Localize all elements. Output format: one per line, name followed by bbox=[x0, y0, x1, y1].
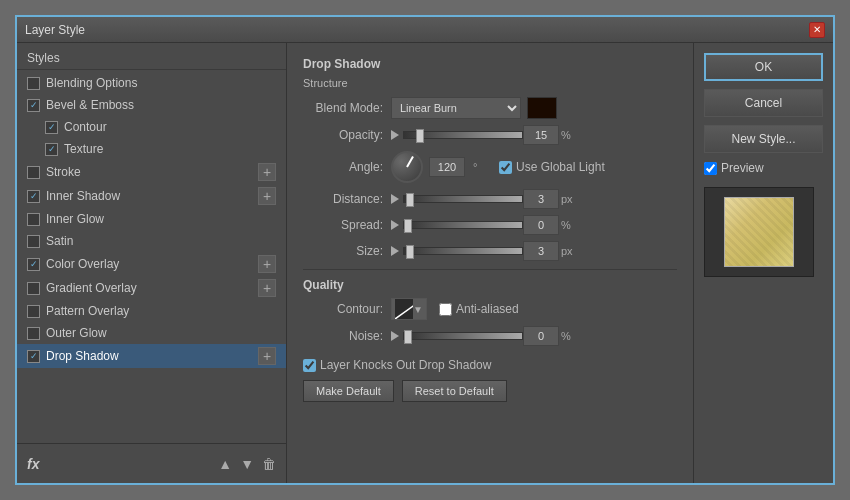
use-global-light-text: Use Global Light bbox=[516, 160, 605, 174]
size-slider-track[interactable] bbox=[403, 247, 523, 255]
sidebar-item-label: Bevel & Emboss bbox=[46, 98, 134, 112]
distance-slider-thumb[interactable] bbox=[406, 193, 414, 207]
sidebar-item-label: Inner Shadow bbox=[46, 189, 120, 203]
noise-slider-container bbox=[391, 331, 523, 341]
add-stroke-button[interactable]: + bbox=[258, 163, 276, 181]
reset-to-default-button[interactable]: Reset to Default bbox=[402, 380, 507, 402]
left-footer: fx ▲ ▼ 🗑 bbox=[17, 443, 286, 483]
sidebar-item-pattern-overlay[interactable]: Pattern Overlay bbox=[17, 300, 286, 322]
spread-slider-arrow[interactable] bbox=[391, 220, 399, 230]
angle-input[interactable] bbox=[429, 157, 465, 177]
new-style-button[interactable]: New Style... bbox=[704, 125, 823, 153]
checkbox-inner-glow[interactable] bbox=[27, 213, 40, 226]
add-inner-shadow-button[interactable]: + bbox=[258, 187, 276, 205]
distance-slider-track[interactable] bbox=[403, 195, 523, 203]
left-panel: Styles Blending Options Bevel & Emboss C… bbox=[17, 43, 287, 483]
sidebar-item-texture[interactable]: Texture bbox=[17, 138, 286, 160]
checkbox-bevel-emboss[interactable] bbox=[27, 99, 40, 112]
angle-label: Angle: bbox=[303, 160, 383, 174]
ok-button[interactable]: OK bbox=[704, 53, 823, 81]
checkbox-inner-shadow[interactable] bbox=[27, 190, 40, 203]
checkbox-gradient-overlay[interactable] bbox=[27, 282, 40, 295]
delete-icon[interactable]: 🗑 bbox=[262, 456, 276, 472]
close-button[interactable]: ✕ bbox=[809, 22, 825, 38]
blend-mode-select[interactable]: Linear Burn Normal Multiply Screen Overl… bbox=[391, 97, 521, 119]
sidebar-item-inner-shadow[interactable]: Inner Shadow + bbox=[17, 184, 286, 208]
opacity-slider-thumb[interactable] bbox=[416, 129, 424, 143]
checkbox-contour[interactable] bbox=[45, 121, 58, 134]
spread-input[interactable] bbox=[523, 215, 559, 235]
add-gradient-overlay-button[interactable]: + bbox=[258, 279, 276, 297]
divider bbox=[303, 269, 677, 270]
svg-rect-0 bbox=[395, 299, 413, 319]
layer-knocks-checkbox[interactable] bbox=[303, 359, 316, 372]
checkbox-color-overlay[interactable] bbox=[27, 258, 40, 271]
size-slider-arrow[interactable] bbox=[391, 246, 399, 256]
knob-indicator bbox=[406, 156, 414, 167]
sidebar-item-gradient-overlay[interactable]: Gradient Overlay + bbox=[17, 276, 286, 300]
make-default-button[interactable]: Make Default bbox=[303, 380, 394, 402]
fx-button[interactable]: fx bbox=[27, 456, 39, 472]
sidebar-item-color-overlay[interactable]: Color Overlay + bbox=[17, 252, 286, 276]
cancel-button[interactable]: Cancel bbox=[704, 89, 823, 117]
preview-label[interactable]: Preview bbox=[704, 161, 823, 175]
add-color-overlay-button[interactable]: + bbox=[258, 255, 276, 273]
sidebar-item-label: Stroke bbox=[46, 165, 81, 179]
opacity-slider-arrow[interactable] bbox=[391, 130, 399, 140]
sidebar-item-outer-glow[interactable]: Outer Glow bbox=[17, 322, 286, 344]
noise-input[interactable] bbox=[523, 326, 559, 346]
noise-slider-thumb[interactable] bbox=[404, 330, 412, 344]
use-global-light-checkbox[interactable] bbox=[499, 161, 512, 174]
checkbox-stroke[interactable] bbox=[27, 166, 40, 179]
checkbox-satin[interactable] bbox=[27, 235, 40, 248]
distance-unit: px bbox=[561, 193, 581, 205]
checkbox-drop-shadow[interactable] bbox=[27, 350, 40, 363]
checkbox-blending-options[interactable] bbox=[27, 77, 40, 90]
sidebar-item-satin[interactable]: Satin bbox=[17, 230, 286, 252]
move-down-icon[interactable]: ▼ bbox=[240, 456, 254, 472]
checkbox-pattern-overlay[interactable] bbox=[27, 305, 40, 318]
sidebar-item-label: Contour bbox=[64, 120, 107, 134]
bottom-actions: Layer Knocks Out Drop Shadow Make Defaul… bbox=[303, 358, 677, 402]
opacity-input[interactable] bbox=[523, 125, 559, 145]
opacity-slider-track[interactable] bbox=[403, 131, 523, 139]
opacity-slider-container bbox=[391, 130, 523, 140]
sidebar-item-inner-glow[interactable]: Inner Glow bbox=[17, 208, 286, 230]
contour-dropdown[interactable]: ▼ bbox=[391, 298, 427, 320]
checkbox-outer-glow[interactable] bbox=[27, 327, 40, 340]
add-drop-shadow-button[interactable]: + bbox=[258, 347, 276, 365]
preview-box bbox=[704, 187, 814, 277]
use-global-light-label[interactable]: Use Global Light bbox=[499, 160, 605, 174]
sidebar-item-blending-options[interactable]: Blending Options bbox=[17, 72, 286, 94]
styles-header: Styles bbox=[17, 43, 286, 70]
size-slider-thumb[interactable] bbox=[406, 245, 414, 259]
dialog-body: Styles Blending Options Bevel & Emboss C… bbox=[17, 43, 833, 483]
blend-mode-label: Blend Mode: bbox=[303, 101, 383, 115]
sidebar-item-contour[interactable]: Contour bbox=[17, 116, 286, 138]
shadow-color-swatch[interactable] bbox=[527, 97, 557, 119]
angle-knob[interactable] bbox=[391, 151, 423, 183]
anti-aliased-checkbox[interactable] bbox=[439, 303, 452, 316]
noise-slider-track[interactable] bbox=[403, 332, 523, 340]
sidebar-item-label: Texture bbox=[64, 142, 103, 156]
left-list: Blending Options Bevel & Emboss Contour … bbox=[17, 70, 286, 443]
section-title: Drop Shadow bbox=[303, 57, 677, 71]
size-input[interactable] bbox=[523, 241, 559, 261]
sidebar-item-drop-shadow[interactable]: Drop Shadow + bbox=[17, 344, 286, 368]
spread-slider-track[interactable] bbox=[403, 221, 523, 229]
distance-slider-arrow[interactable] bbox=[391, 194, 399, 204]
anti-aliased-label[interactable]: Anti-aliased bbox=[439, 302, 519, 316]
spread-slider-thumb[interactable] bbox=[404, 219, 412, 233]
checkbox-texture[interactable] bbox=[45, 143, 58, 156]
preview-checkbox[interactable] bbox=[704, 162, 717, 175]
distance-slider-container bbox=[391, 194, 523, 204]
sidebar-item-bevel-emboss[interactable]: Bevel & Emboss bbox=[17, 94, 286, 116]
layer-knocks-label[interactable]: Layer Knocks Out Drop Shadow bbox=[303, 358, 491, 372]
distance-input[interactable] bbox=[523, 189, 559, 209]
size-slider-container bbox=[391, 246, 523, 256]
sidebar-item-stroke[interactable]: Stroke + bbox=[17, 160, 286, 184]
move-up-icon[interactable]: ▲ bbox=[218, 456, 232, 472]
noise-slider-arrow[interactable] bbox=[391, 331, 399, 341]
angle-container: ° Use Global Light bbox=[391, 151, 605, 183]
size-label: Size: bbox=[303, 244, 383, 258]
